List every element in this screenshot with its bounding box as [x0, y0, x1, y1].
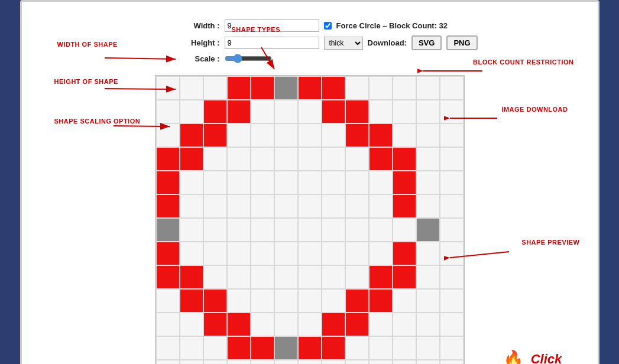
grid-cell[interactable]	[322, 195, 345, 217]
grid-cell[interactable]	[393, 171, 416, 194]
grid-cell[interactable]	[204, 77, 226, 99]
grid-cell[interactable]	[370, 290, 392, 312]
grid-cell[interactable]	[228, 195, 250, 217]
grid-cell[interactable]	[180, 100, 203, 123]
grid-cell[interactable]	[275, 124, 297, 147]
grid-cell[interactable]	[251, 77, 274, 99]
grid-cell[interactable]	[346, 313, 368, 336]
grid-cell[interactable]	[417, 290, 439, 312]
grid-cell[interactable]	[275, 195, 297, 217]
grid-cell[interactable]	[440, 100, 463, 123]
grid-cell[interactable]	[370, 171, 392, 194]
grid-cell[interactable]	[417, 219, 439, 241]
grid-cell[interactable]	[393, 290, 416, 312]
grid-cell[interactable]	[157, 219, 179, 241]
grid-cell[interactable]	[157, 242, 179, 265]
grid-cell[interactable]	[322, 337, 345, 359]
grid-cell[interactable]	[299, 124, 321, 147]
grid-cell[interactable]	[275, 242, 297, 265]
grid-cell[interactable]	[370, 77, 392, 99]
grid-cell[interactable]	[228, 171, 250, 194]
grid-cell[interactable]	[440, 77, 463, 99]
grid-cell[interactable]	[180, 171, 203, 194]
grid-cell[interactable]	[275, 290, 297, 312]
grid-cell[interactable]	[370, 266, 392, 288]
png-download-button[interactable]: PNG	[446, 35, 477, 50]
grid-cell[interactable]	[299, 360, 321, 364]
grid-cell[interactable]	[346, 77, 368, 99]
grid-cell[interactable]	[275, 100, 297, 123]
grid-cell[interactable]	[322, 219, 345, 241]
grid-cell[interactable]	[370, 219, 392, 241]
grid-cell[interactable]	[299, 242, 321, 265]
grid-cell[interactable]	[204, 219, 226, 241]
grid-cell[interactable]	[393, 77, 416, 99]
grid-cell[interactable]	[346, 100, 368, 123]
grid-cell[interactable]	[157, 100, 179, 123]
grid-cell[interactable]	[299, 219, 321, 241]
grid-cell[interactable]	[180, 290, 203, 312]
grid-cell[interactable]	[275, 313, 297, 336]
grid-cell[interactable]	[346, 195, 368, 217]
grid-cell[interactable]	[440, 360, 463, 364]
grid-cell[interactable]	[370, 360, 392, 364]
grid-cell[interactable]	[322, 242, 345, 265]
grid-cell[interactable]	[417, 77, 439, 99]
grid-cell[interactable]	[157, 290, 179, 312]
grid-cell[interactable]	[180, 266, 203, 288]
grid-cell[interactable]	[370, 337, 392, 359]
grid-cell[interactable]	[322, 266, 345, 288]
grid-cell[interactable]	[346, 124, 368, 147]
grid-cell[interactable]	[157, 337, 179, 359]
grid-cell[interactable]	[180, 313, 203, 336]
grid-cell[interactable]	[251, 313, 274, 336]
grid-cell[interactable]	[393, 148, 416, 170]
grid-cell[interactable]	[157, 360, 179, 364]
grid-cell[interactable]	[251, 100, 274, 123]
grid-cell[interactable]	[275, 266, 297, 288]
grid-cell[interactable]	[393, 124, 416, 147]
grid-cell[interactable]	[228, 148, 250, 170]
grid-cell[interactable]	[346, 148, 368, 170]
grid-cell[interactable]	[370, 100, 392, 123]
grid-cell[interactable]	[157, 77, 179, 99]
grid-cell[interactable]	[322, 100, 345, 123]
grid-cell[interactable]	[204, 124, 226, 147]
grid-cell[interactable]	[417, 266, 439, 288]
grid-cell[interactable]	[440, 195, 463, 217]
grid-cell[interactable]	[275, 148, 297, 170]
grid-cell[interactable]	[157, 148, 179, 170]
grid-cell[interactable]	[417, 171, 439, 194]
grid-cell[interactable]	[299, 100, 321, 123]
grid-cell[interactable]	[204, 242, 226, 265]
grid-cell[interactable]	[204, 195, 226, 217]
grid-cell[interactable]	[275, 337, 297, 359]
grid-cell[interactable]	[251, 360, 274, 364]
grid-cell[interactable]	[299, 171, 321, 194]
height-input[interactable]	[225, 37, 319, 49]
grid-cell[interactable]	[299, 148, 321, 170]
grid-cell[interactable]	[393, 313, 416, 336]
grid-cell[interactable]	[440, 219, 463, 241]
grid-cell[interactable]	[417, 148, 439, 170]
grid-cell[interactable]	[322, 148, 345, 170]
grid-cell[interactable]	[228, 100, 250, 123]
grid-cell[interactable]	[417, 337, 439, 359]
grid-cell[interactable]	[157, 124, 179, 147]
grid-cell[interactable]	[251, 242, 274, 265]
grid-cell[interactable]	[440, 290, 463, 312]
grid-cell[interactable]	[180, 77, 203, 99]
grid-cell[interactable]	[440, 171, 463, 194]
grid-cell[interactable]	[417, 313, 439, 336]
grid-cell[interactable]	[370, 148, 392, 170]
grid-cell[interactable]	[251, 148, 274, 170]
thickness-select[interactable]: thin thick thicker	[324, 37, 363, 50]
grid-cell[interactable]	[180, 219, 203, 241]
grid-cell[interactable]	[393, 266, 416, 288]
grid-cell[interactable]	[417, 360, 439, 364]
grid-cell[interactable]	[440, 266, 463, 288]
grid-cell[interactable]	[157, 171, 179, 194]
grid-cell[interactable]	[346, 171, 368, 194]
grid-cell[interactable]	[275, 171, 297, 194]
grid-cell[interactable]	[228, 266, 250, 288]
